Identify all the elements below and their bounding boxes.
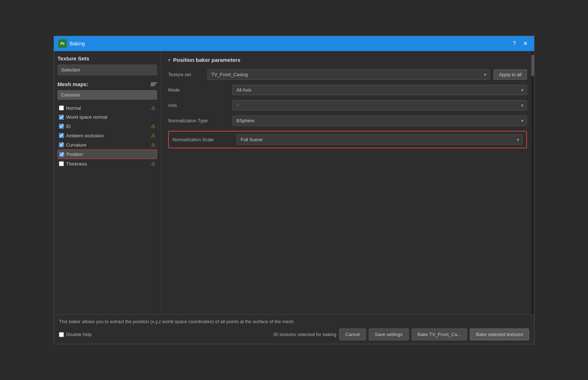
texture-set-select[interactable]: TV_Front_Casing bbox=[207, 69, 490, 80]
action-buttons: Cancel Save settings Bake TV_Front_Ca...… bbox=[339, 329, 529, 340]
app-icon: Pt bbox=[58, 39, 67, 48]
baking-dialog: Pt Baking ? ✕ Texture Sets Selection Mes… bbox=[54, 36, 534, 344]
normalization-type-label: Normalization Type bbox=[168, 118, 229, 123]
normalization-type-row: Normalization Type BSphere AABB Manual bbox=[168, 115, 527, 126]
mesh-item-id[interactable]: ID ⚠ bbox=[57, 122, 157, 131]
sort-icon[interactable] bbox=[151, 83, 157, 86]
selection-box[interactable]: Selection bbox=[57, 64, 157, 75]
section-title: Position baker parameters bbox=[173, 57, 240, 63]
position-label: Position bbox=[66, 152, 155, 157]
mesh-maps-title: Mesh maps: bbox=[57, 81, 89, 87]
texture-set-select-wrapper: TV_Front_Casing bbox=[207, 69, 490, 80]
world-space-normal-label: World space normal bbox=[66, 114, 156, 120]
thickness-label: Thickness bbox=[66, 161, 149, 167]
main-content: Texture Sets Selection Mesh maps: Common… bbox=[54, 51, 534, 314]
mode-label: Mode bbox=[168, 87, 229, 93]
apply-to-all-button[interactable]: Apply to all bbox=[493, 69, 527, 80]
thickness-warn-icon: ⚠ bbox=[151, 161, 156, 167]
mesh-item-curvature[interactable]: Curvature ⚠ bbox=[57, 140, 157, 149]
normal-checkbox[interactable] bbox=[59, 105, 64, 110]
bake-current-button[interactable]: Bake TV_Front_Ca... bbox=[412, 329, 467, 340]
mesh-item-normal[interactable]: Normal ⚠ bbox=[57, 103, 157, 113]
bottom-controls: Disable help 30 textures selected for ba… bbox=[59, 329, 529, 340]
textures-count: 30 textures selected for baking bbox=[273, 332, 336, 337]
title-bar: Pt Baking ? ✕ bbox=[54, 36, 534, 51]
help-text: This baker allows you to extract the pos… bbox=[59, 318, 529, 325]
save-settings-button[interactable]: Save settings bbox=[369, 329, 409, 340]
mesh-item-world-space-normal[interactable]: World space normal bbox=[57, 113, 157, 122]
ambient-occlusion-warn-icon: ⚠ bbox=[151, 133, 156, 138]
close-button[interactable]: ✕ bbox=[521, 40, 530, 47]
bottom-bar: This baker allows you to extract the pos… bbox=[54, 314, 534, 344]
normal-warn-icon: ⚠ bbox=[151, 105, 156, 111]
title-bar-controls: ? ✕ bbox=[511, 40, 530, 47]
ambient-occlusion-label: Ambient occlusion bbox=[66, 133, 149, 138]
axis-select-wrapper: X Y Z bbox=[232, 100, 527, 110]
normal-label: Normal bbox=[66, 105, 149, 111]
bake-selected-button[interactable]: Bake selected textures bbox=[470, 329, 529, 340]
curvature-label: Curvature bbox=[66, 142, 149, 148]
section-header: ▾ Position baker parameters bbox=[168, 57, 527, 63]
count-and-buttons: 30 textures selected for baking Cancel S… bbox=[92, 329, 529, 340]
normalization-scale-highlighted: Normalization Scale Full Scene Per Objec… bbox=[168, 131, 527, 148]
texture-set-label: Texture set bbox=[168, 72, 204, 77]
thickness-checkbox[interactable] bbox=[59, 161, 64, 166]
disable-help-label: Disable help bbox=[66, 332, 92, 337]
position-checkbox[interactable] bbox=[59, 152, 64, 157]
ambient-occlusion-checkbox[interactable] bbox=[59, 133, 64, 138]
normalization-scale-label: Normalization Scale bbox=[172, 137, 233, 142]
right-scrollbar[interactable] bbox=[531, 51, 534, 314]
axis-select[interactable]: X Y Z bbox=[232, 100, 527, 110]
disable-help-row: Disable help bbox=[59, 332, 92, 337]
mesh-maps-header: Mesh maps: bbox=[57, 81, 157, 87]
common-button[interactable]: Common bbox=[57, 90, 157, 100]
mesh-item-position[interactable]: Position bbox=[57, 149, 157, 159]
id-checkbox[interactable] bbox=[59, 124, 64, 129]
help-button[interactable]: ? bbox=[511, 40, 518, 47]
mode-select-wrapper: All Axis X Y Z bbox=[232, 85, 527, 95]
mode-row: Mode All Axis X Y Z bbox=[168, 85, 527, 95]
curvature-warn-icon: ⚠ bbox=[151, 142, 156, 148]
normalization-scale-select[interactable]: Full Scene Per Object bbox=[237, 134, 523, 145]
right-panel: ▾ Position baker parameters Texture set … bbox=[161, 51, 534, 314]
id-label: ID bbox=[66, 124, 149, 129]
texture-sets-title: Texture Sets bbox=[57, 55, 157, 61]
cancel-button[interactable]: Cancel bbox=[339, 329, 366, 340]
axis-label: Axis bbox=[168, 103, 229, 108]
left-panel: Texture Sets Selection Mesh maps: Common… bbox=[54, 51, 161, 314]
axis-row: Axis X Y Z bbox=[168, 100, 527, 110]
mesh-item-ambient-occlusion[interactable]: Ambient occlusion ⚠ bbox=[57, 131, 157, 140]
world-space-normal-checkbox[interactable] bbox=[59, 115, 64, 120]
normalization-scale-row: Normalization Scale Full Scene Per Objec… bbox=[172, 134, 523, 145]
normalization-type-select[interactable]: BSphere AABB Manual bbox=[232, 115, 527, 126]
mode-select[interactable]: All Axis X Y Z bbox=[232, 85, 527, 95]
normalization-type-select-wrapper: BSphere AABB Manual bbox=[232, 115, 527, 126]
texture-set-row: Texture set TV_Front_Casing Apply to all bbox=[168, 69, 527, 80]
disable-help-checkbox[interactable] bbox=[59, 332, 64, 337]
collapse-arrow[interactable]: ▾ bbox=[168, 58, 170, 63]
window-title: Baking bbox=[70, 41, 511, 46]
curvature-checkbox[interactable] bbox=[59, 142, 64, 147]
id-warn-icon: ⚠ bbox=[151, 123, 156, 129]
scrollbar-thumb[interactable] bbox=[531, 55, 534, 76]
normalization-scale-select-wrapper: Full Scene Per Object bbox=[237, 134, 523, 145]
mesh-item-thickness[interactable]: Thickness ⚠ bbox=[57, 159, 157, 168]
